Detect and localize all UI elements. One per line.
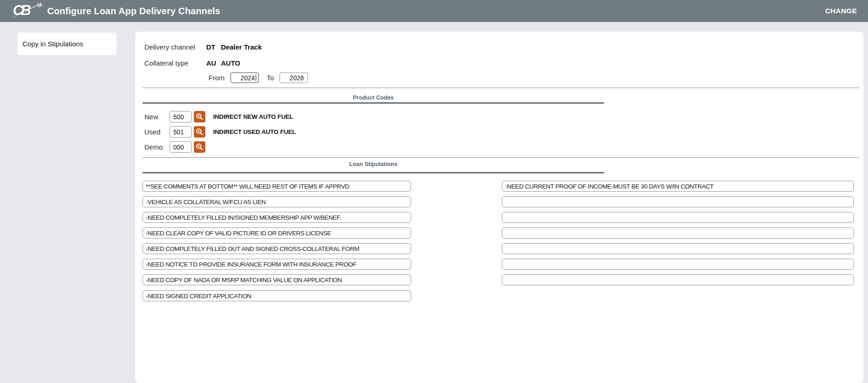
logo-text: CB (13, 2, 29, 19)
delivery-channel-name: Dealer Track (221, 43, 262, 51)
stipulation-input-right-1[interactable] (502, 181, 854, 192)
stipulation-input-left-2[interactable] (143, 196, 411, 207)
magnifier-plus-icon (195, 112, 204, 122)
stipulation-input-right-4[interactable] (502, 228, 854, 239)
collateral-type-label: Collateral type (144, 59, 188, 67)
divider (143, 157, 859, 158)
from-year-input[interactable] (231, 72, 259, 83)
content-card: Delivery channel DT Dealer Track Collate… (135, 32, 863, 383)
divider (143, 88, 859, 88)
product-code-input-used[interactable] (170, 126, 192, 138)
text-caret (256, 74, 256, 81)
product-lookup-button-used[interactable] (194, 126, 205, 138)
magnifier-plus-icon (195, 142, 204, 152)
stipulation-input-right-5[interactable] (502, 243, 854, 254)
section-underline (143, 172, 604, 173)
stipulation-input-left-5[interactable] (143, 243, 411, 254)
product-code-input-new[interactable] (170, 111, 192, 122)
collateral-type-code: AU (206, 59, 216, 67)
change-button[interactable]: CHANGE (825, 0, 857, 22)
sidebar-item-label: Copy in Stipulations (22, 40, 83, 48)
product-label-demo: Demo (144, 141, 163, 153)
stipulation-input-left-1[interactable] (143, 181, 411, 192)
section-title-product-codes: Product Codes (143, 94, 604, 101)
stipulation-input-left-4[interactable] (143, 228, 411, 239)
stipulation-input-left-8[interactable] (143, 290, 411, 301)
page-title: Configure Loan App Delivery Channels (47, 0, 220, 22)
product-code-input-demo[interactable] (170, 141, 192, 153)
stipulation-input-right-2[interactable] (502, 196, 854, 207)
section-title-loan-stipulations: Loan Stipulations (143, 161, 604, 167)
product-lookup-button-demo[interactable] (194, 141, 205, 153)
to-year-field (280, 72, 308, 83)
plane-icon: ✈ (35, 0, 45, 11)
from-year-field (231, 72, 259, 83)
stipulation-input-right-3[interactable] (502, 212, 854, 223)
product-label-used: Used (144, 126, 160, 138)
product-description-new: INDIRECT NEW AUTO FUEL (213, 111, 293, 122)
delivery-channel-label: Delivery channel (144, 43, 195, 51)
product-label-new: New (144, 111, 158, 122)
from-label: From (209, 74, 225, 82)
header-bar: CB ✈ Configure Loan App Delivery Channel… (0, 0, 868, 22)
stipulation-input-left-3[interactable] (143, 212, 411, 223)
stipulation-input-left-6[interactable] (143, 259, 411, 270)
stipulation-input-left-7[interactable] (143, 274, 411, 285)
product-description-used: INDIRECT USED AUTO FUEL (213, 126, 296, 138)
magnifier-plus-icon (195, 127, 204, 137)
stipulation-input-right-7[interactable] (502, 274, 854, 285)
product-lookup-button-new[interactable] (194, 111, 205, 122)
stipulation-input-right-6[interactable] (502, 259, 854, 270)
sidebar-item-copy-in-stipulations[interactable]: Copy in Stipulations (17, 33, 116, 55)
to-year-input[interactable] (280, 72, 308, 83)
to-label: To (267, 74, 274, 82)
cb-logo: CB ✈ (13, 1, 42, 21)
section-underline (143, 102, 604, 104)
collateral-type-name: AUTO (221, 59, 240, 67)
delivery-channel-code: DT (206, 43, 215, 51)
